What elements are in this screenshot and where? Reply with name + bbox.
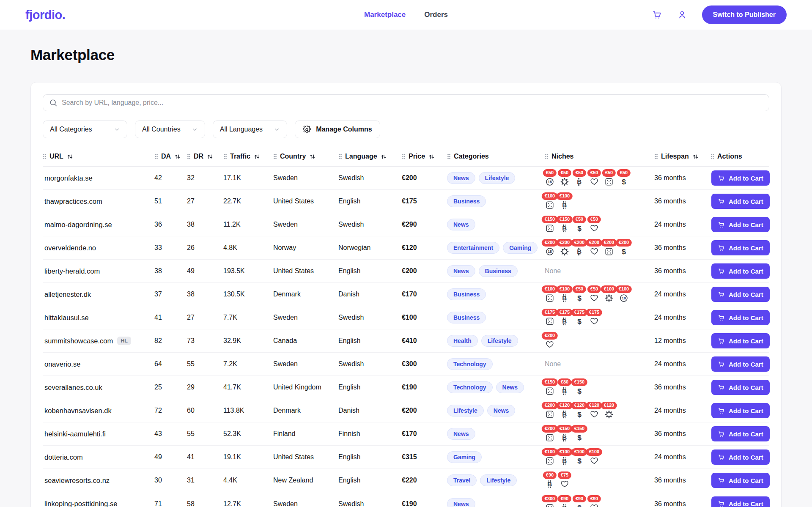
- countries-filter-label: All Countries: [142, 126, 181, 133]
- niche-price-badge: €150: [542, 378, 558, 386]
- niche-price-badge: €50: [587, 285, 601, 293]
- column-header-da[interactable]: DA: [154, 153, 187, 160]
- column-header-url[interactable]: URL: [43, 153, 154, 160]
- add-to-cart-button[interactable]: Add to Cart: [711, 240, 770, 255]
- add-to-cart-button[interactable]: Add to Cart: [711, 380, 770, 395]
- sort-icon[interactable]: [428, 153, 435, 160]
- add-to-cart-button[interactable]: Add to Cart: [711, 356, 770, 372]
- sort-icon[interactable]: [66, 153, 74, 160]
- cart-icon: [718, 454, 725, 461]
- actions-cell: Add to Cart: [710, 263, 769, 279]
- add-to-cart-button[interactable]: Add to Cart: [711, 403, 770, 418]
- lifespan-value: 36 months: [654, 244, 710, 252]
- column-header-traffic[interactable]: Traffic: [223, 153, 273, 160]
- table-row: alletjenester.dk3738130.5KDenmarkDanish€…: [43, 283, 769, 306]
- country-value: Denmark: [273, 290, 338, 298]
- niche-price-badge: €200: [542, 239, 558, 247]
- add-to-cart-button[interactable]: Add to Cart: [711, 287, 770, 302]
- dating-heart-icon: [590, 293, 599, 303]
- categories-cell: TechnologyNews: [447, 381, 545, 393]
- niche-item: €150$: [574, 425, 584, 443]
- niches-cell: €175€175B€175$€175: [545, 309, 654, 326]
- drag-handle-icon[interactable]: [223, 153, 227, 159]
- lifespan-value: 24 months: [654, 314, 710, 321]
- category-chip: Technology: [447, 381, 493, 393]
- drag-handle-icon[interactable]: [654, 153, 658, 159]
- add-to-cart-button[interactable]: Add to Cart: [711, 449, 770, 465]
- actions-cell: Add to Cart: [710, 287, 769, 302]
- niche-item: €90B: [545, 471, 555, 489]
- dating-heart-icon: [590, 410, 599, 419]
- cart-icon: [718, 361, 725, 368]
- drag-handle-icon[interactable]: [43, 153, 47, 159]
- svg-text:B: B: [547, 480, 552, 488]
- drag-handle-icon[interactable]: [338, 153, 342, 159]
- price-value: €410: [402, 337, 447, 345]
- categories-cell: LifestyleNews: [447, 405, 545, 417]
- drag-handle-icon[interactable]: [447, 153, 451, 159]
- category-chip: News: [447, 265, 475, 277]
- manage-columns-button[interactable]: Manage Columns: [295, 121, 380, 138]
- niche-price-badge: €100: [571, 448, 587, 456]
- add-to-cart-button[interactable]: Add to Cart: [711, 263, 770, 279]
- add-to-cart-button[interactable]: Add to Cart: [711, 426, 770, 441]
- adult-18-icon: 18: [619, 293, 628, 303]
- add-to-cart-button[interactable]: Add to Cart: [711, 333, 770, 348]
- user-icon[interactable]: [677, 9, 688, 20]
- search-input[interactable]: [43, 94, 769, 111]
- column-header-lifespan[interactable]: Lifespan: [654, 153, 710, 160]
- niche-item: €200: [589, 239, 599, 257]
- sort-icon[interactable]: [692, 153, 699, 160]
- column-header-dr[interactable]: DR: [187, 153, 223, 160]
- brand-logo[interactable]: fjordio.: [25, 8, 65, 22]
- add-to-cart-button[interactable]: Add to Cart: [711, 194, 770, 209]
- sort-icon[interactable]: [253, 153, 261, 160]
- country-value: Sweden: [273, 174, 338, 182]
- add-to-cart-button[interactable]: Add to Cart: [711, 170, 770, 186]
- column-header-price[interactable]: Price: [402, 153, 447, 160]
- svg-text:18: 18: [548, 249, 552, 254]
- site-url: malmo-dagordning.se: [44, 221, 112, 229]
- svg-text:B: B: [562, 201, 567, 208]
- countries-filter-select[interactable]: All Countries: [135, 121, 205, 138]
- categories-cell: News: [447, 428, 545, 440]
- add-to-cart-button[interactable]: Add to Cart: [711, 473, 770, 488]
- nav-marketplace[interactable]: Marketplace: [364, 11, 406, 19]
- niche-item: €50: [560, 169, 570, 187]
- nav-orders[interactable]: Orders: [424, 11, 448, 19]
- sort-icon[interactable]: [206, 153, 214, 160]
- add-to-cart-button[interactable]: Add to Cart: [711, 496, 770, 507]
- loans-dollar-icon: $: [575, 293, 584, 303]
- drag-handle-icon[interactable]: [154, 153, 158, 159]
- crypto-bitcoin-icon: B: [560, 317, 569, 326]
- languages-filter-select[interactable]: All Languages: [213, 121, 287, 138]
- cart-icon[interactable]: [651, 9, 662, 20]
- column-header-country[interactable]: Country: [273, 153, 338, 160]
- sort-icon[interactable]: [174, 153, 181, 160]
- sort-icon[interactable]: [309, 153, 316, 160]
- niche-price-badge: €300: [542, 495, 558, 503]
- add-to-cart-label: Add to Cart: [729, 337, 763, 345]
- niches-cell: €200: [545, 332, 654, 350]
- drag-handle-icon[interactable]: [545, 153, 549, 159]
- drag-handle-icon[interactable]: [710, 153, 714, 159]
- loans-dollar-icon: $: [575, 386, 584, 396]
- chevron-down-icon: [274, 126, 280, 133]
- niche-item: €175B: [560, 309, 570, 326]
- drag-handle-icon[interactable]: [273, 153, 277, 159]
- site-url: helsinki-aamulehti.fi: [44, 430, 106, 438]
- add-to-cart-button[interactable]: Add to Cart: [711, 310, 770, 325]
- add-to-cart-button[interactable]: Add to Cart: [711, 217, 770, 232]
- filter-row: All Categories All Countries All Languag…: [43, 121, 769, 138]
- lifespan-value: 24 months: [654, 360, 710, 368]
- switch-to-publisher-button[interactable]: Switch to Publisher: [702, 5, 787, 24]
- drag-handle-icon[interactable]: [187, 153, 191, 159]
- add-to-cart-label: Add to Cart: [729, 430, 763, 438]
- add-to-cart-label: Add to Cart: [729, 407, 763, 414]
- sort-icon[interactable]: [380, 153, 387, 160]
- niche-price-badge: €150: [542, 216, 558, 223]
- niche-item: €90: [589, 495, 599, 507]
- categories-filter-select[interactable]: All Categories: [43, 121, 127, 138]
- column-header-language[interactable]: Language: [338, 153, 402, 160]
- drag-handle-icon[interactable]: [402, 153, 406, 159]
